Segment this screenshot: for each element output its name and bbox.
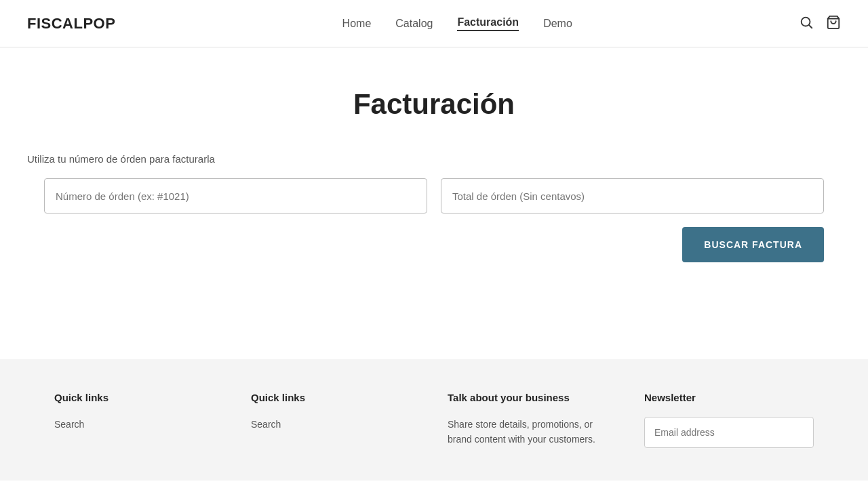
footer-search-link-1[interactable]: Search (54, 417, 224, 432)
footer-col-4-heading: Newsletter (644, 392, 814, 403)
nav-catalog[interactable]: Catalog (395, 18, 433, 30)
footer-col-1: Quick links Search (54, 392, 224, 448)
footer-col-3-text: Share store details, promotions, or bran… (448, 417, 617, 447)
buscar-factura-button[interactable]: BUSCAR FACTURA (682, 227, 824, 262)
svg-line-1 (809, 25, 812, 28)
cart-icon[interactable] (826, 15, 841, 33)
header-actions (799, 15, 841, 33)
nav-home[interactable]: Home (342, 18, 372, 30)
brand-logo[interactable]: FISCALPOP (27, 15, 115, 33)
footer-col-3: Talk about your business Share store det… (448, 392, 617, 448)
form-actions: BUSCAR FACTURA (44, 227, 824, 262)
footer-col-4: Newsletter (644, 392, 814, 448)
site-header: FISCALPOP Home Catalog Facturación Demo (0, 0, 868, 47)
footer-col-2-heading: Quick links (251, 392, 420, 403)
search-icon[interactable] (799, 15, 814, 33)
svg-point-0 (802, 17, 810, 26)
factura-form-row (44, 178, 824, 214)
footer-search-link-2[interactable]: Search (251, 417, 420, 432)
footer-col-1-heading: Quick links (54, 392, 224, 403)
newsletter-email-input[interactable] (644, 417, 814, 448)
nav-demo[interactable]: Demo (543, 18, 572, 30)
order-total-input[interactable] (441, 178, 824, 214)
main-nav: Home Catalog Facturación Demo (342, 16, 572, 31)
page-title: Facturación (353, 88, 515, 121)
main-content: Facturación Utiliza tu número de órden p… (0, 47, 868, 359)
footer-col-2: Quick links Search (251, 392, 420, 448)
order-number-input[interactable] (44, 178, 427, 214)
site-footer: Quick links Search Quick links Search Ta… (0, 359, 868, 481)
form-description: Utiliza tu número de órden para facturar… (27, 153, 807, 165)
nav-facturacion[interactable]: Facturación (457, 16, 519, 31)
footer-col-3-heading: Talk about your business (448, 392, 617, 403)
